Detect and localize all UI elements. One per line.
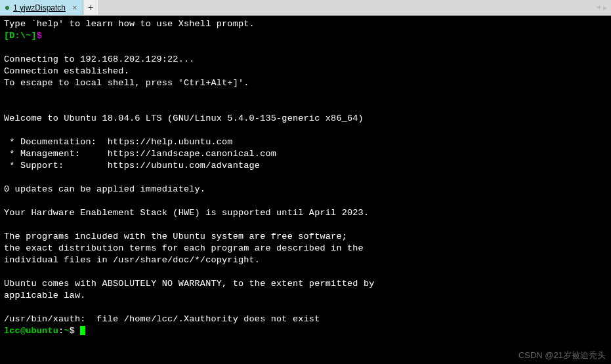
close-icon[interactable]: × [72,3,77,12]
updates-line: 0 updates can be applied immediately. [4,184,205,194]
tab-bar: 1 yjwzDispatch × + ◄ ▶ [0,0,611,16]
cursor-icon [80,326,85,335]
escape-line: To escape to local shell, press 'Ctrl+Al… [4,78,249,88]
new-tab-button[interactable]: + [83,0,99,15]
connection-status-icon [5,6,9,10]
warranty-line-2: applicable law. [4,291,86,300]
programs-line-2: the exact distribution terms for each pr… [4,243,364,253]
programs-line-3: individual files in /usr/share/doc/*/cop… [4,255,260,265]
support-line: * Support: https://ubuntu.com/advantage [4,161,260,171]
warranty-line-1: Ubuntu comes with ABSOLUTELY NO WARRANTY… [4,279,375,289]
xauth-line: /usr/bin/xauth: file /home/lcc/.Xauthori… [4,314,320,324]
management-line: * Management: https://landscape.canonica… [4,149,276,159]
hwe-line: Your Hardware Enablement Stack (HWE) is … [4,208,369,218]
local-prompt-dollar: $ [37,31,42,41]
help-text: Type `help' to learn how to use Xshell p… [4,19,255,29]
documentation-line: * Documentation: https://help.ubuntu.com [4,137,233,147]
tab-label: 1 yjwzDispatch [13,3,66,12]
programs-line-1: The programs included with the Ubuntu sy… [4,232,347,241]
connecting-line: Connecting to 192.168.202.129:22... [4,54,195,64]
remote-prompt-dollar: $ [70,326,81,336]
tab-nav: ◄ ▶ [597,0,611,15]
nav-left-icon[interactable]: ◄ [597,4,600,11]
terminal[interactable]: Type `help' to learn how to use Xshell p… [0,16,611,364]
connected-line: Connection established. [4,66,129,76]
tab-session[interactable]: 1 yjwzDispatch × [0,0,83,15]
welcome-line: Welcome to Ubuntu 18.04.6 LTS (GNU/Linux… [4,113,364,123]
remote-prompt-path: ~ [64,326,69,336]
remote-prompt-user: lcc@ubuntu [4,326,58,336]
nav-right-icon[interactable]: ▶ [603,4,607,12]
local-prompt-path: [D:\~] [4,31,37,41]
